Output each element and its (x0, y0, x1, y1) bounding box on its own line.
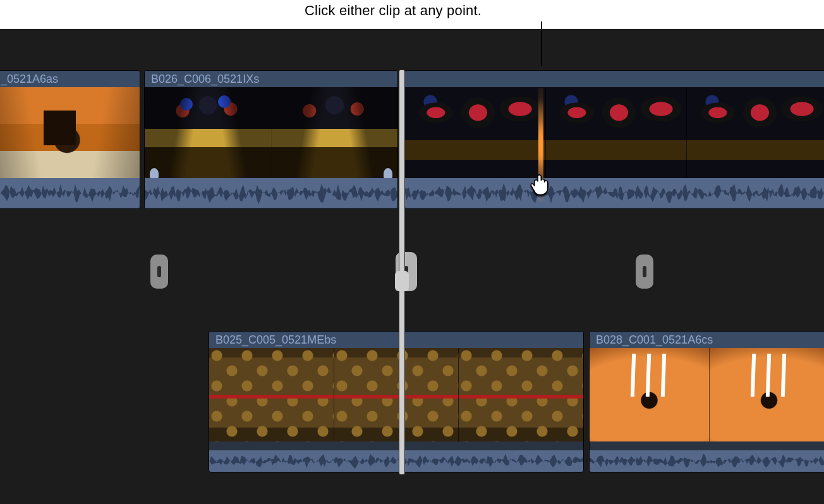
annotation-callout: Click either clip at any point. (0, 0, 824, 30)
hand-cursor-icon (527, 170, 554, 196)
playhead-icon[interactable] (399, 70, 404, 474)
clip-thumbnail (272, 87, 398, 178)
annotation-leader-line (541, 21, 542, 66)
clip-thumbnail (710, 348, 825, 441)
clip-audio-waveform[interactable] (590, 450, 824, 472)
clip-audio-waveform[interactable] (209, 450, 583, 472)
clip-thumbnail (459, 348, 583, 441)
clip-audio-waveform[interactable] (405, 178, 824, 208)
clip-thumbnail (334, 348, 459, 441)
timeline-panel[interactable]: _0521A6as B026_C006_0521IXs (0, 29, 824, 504)
clip-thumbnail (687, 87, 824, 178)
clip-audio-waveform[interactable] (0, 178, 140, 208)
clip-thumbnails (145, 87, 397, 178)
primary-video-track[interactable]: _0521A6as B026_C006_0521IXs (0, 70, 824, 209)
clip-label (405, 71, 824, 87)
clip-thumbnails (0, 87, 140, 178)
clip-connector-icon[interactable] (636, 255, 653, 289)
connector-lane (0, 209, 824, 331)
video-clip[interactable]: _0521A6as (0, 70, 140, 209)
video-clip[interactable] (404, 70, 824, 209)
clip-label: B028_C001_0521A6cs (590, 332, 824, 348)
clip-thumbnails (590, 348, 824, 441)
clip-label: B025_C005_0521MEbs (209, 332, 583, 348)
secondary-video-track[interactable]: B025_C005_0521MEbs B028_C001_0521A6cs (0, 331, 824, 472)
annotation-text: Click either clip at any point. (305, 3, 482, 19)
video-clip[interactable]: B028_C001_0521A6cs (589, 331, 824, 472)
video-clip[interactable]: B025_C005_0521MEbs (209, 331, 584, 472)
clip-thumbnail (0, 87, 140, 178)
clip-audio-waveform[interactable] (145, 178, 397, 208)
clip-thumbnail (405, 87, 546, 178)
clip-label: B026_C006_0521IXs (145, 71, 397, 87)
clip-thumbnail (590, 348, 710, 441)
clip-thumbnails (405, 87, 824, 178)
clip-thumbnail (546, 87, 687, 178)
clip-thumbnail (209, 348, 334, 441)
clip-label: _0521A6as (0, 71, 140, 87)
clip-thumbnail (145, 87, 272, 178)
video-clip[interactable]: B026_C006_0521IXs (144, 70, 398, 209)
clip-thumbnails (209, 348, 583, 441)
clip-connector-icon[interactable] (150, 255, 168, 289)
